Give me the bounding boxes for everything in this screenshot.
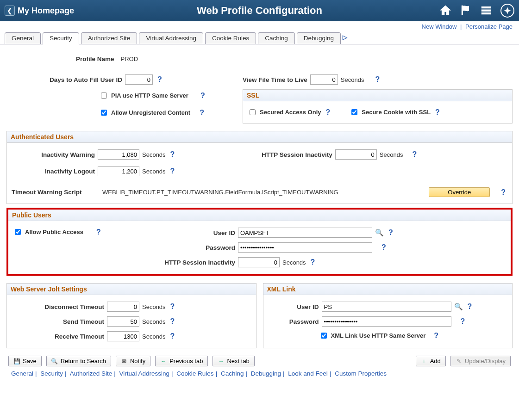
footer-link[interactable]: Authorized Site [70,370,113,377]
send-label: Send Timeout [12,318,104,325]
allow-public-checkbox[interactable] [15,229,21,235]
seconds-unit: Seconds [142,168,166,175]
inactivity-logout-input[interactable] [98,166,139,176]
jolt-header: Web Server Jolt Settings [7,284,256,295]
help-icon[interactable]: ? [169,167,177,175]
xml-same-server-checkbox[interactable] [321,333,327,339]
override-button[interactable]: Override [429,187,490,197]
help-icon[interactable]: ? [324,108,332,117]
xml-password-label: Password [268,318,319,325]
return-button[interactable]: 🔍Return to Search [46,356,111,366]
prev-icon: ← [160,358,167,364]
help-icon[interactable]: ? [433,108,442,117]
footer-link[interactable]: Look and Feel [288,370,328,377]
pia-same-server-checkbox[interactable] [101,93,107,99]
flag-icon[interactable] [460,4,472,18]
help-icon[interactable]: ? [169,303,177,311]
next-tab-button[interactable]: →Next tab [213,356,254,366]
tab-security[interactable]: Security [43,32,79,44]
secure-cookie-checkbox[interactable] [351,109,357,115]
notify-button[interactable]: ✉Notify [116,356,150,366]
action-buttons-row: 💾Save 🔍Return to Search ✉Notify ←Previou… [6,352,513,368]
allow-public-label: Allow Public Access [25,229,83,235]
lookup-icon[interactable]: 🔍 [454,303,463,311]
footer-link[interactable]: Virtual Addressing [119,370,169,377]
add-button[interactable]: +Add [416,356,446,366]
tab-cookie-rules[interactable]: Cookie Rules [205,32,256,44]
http-session-label: HTTP Session Inactivity [262,151,332,158]
top-links-bar: New Window | Personalize Page [0,21,519,32]
xml-password-input[interactable] [322,316,451,327]
home-icon[interactable] [439,4,451,18]
secured-access-checkbox[interactable] [250,109,256,115]
tab-authorized-site[interactable]: Authorized Site [81,32,138,44]
secured-access-label: Secured Access Only [260,109,321,116]
send-input[interactable] [107,316,139,327]
prev-tab-button[interactable]: ←Previous tab [155,356,208,366]
back-label: My Homepage [18,6,74,16]
help-icon[interactable]: ? [156,75,164,84]
allow-unreg-checkbox[interactable] [101,110,107,116]
notify-icon: ✉ [121,358,127,364]
lookup-icon[interactable]: 🔍 [375,229,384,237]
xml-userid-input[interactable] [322,302,451,312]
auth-users-header: Authenticated Users [7,131,512,143]
timeout-script-label: Timeout Warning Script [12,189,100,196]
back-navigation[interactable]: ❮ My Homepage [5,6,74,16]
public-password-input[interactable] [238,242,372,253]
back-icon[interactable]: ❮ [5,6,15,16]
help-icon[interactable]: ? [499,188,507,197]
receive-input[interactable] [107,331,139,341]
footer-link[interactable]: General [11,370,33,377]
jolt-section: Web Server Jolt Settings Disconnect Time… [6,283,256,348]
help-icon[interactable]: ? [380,243,388,252]
new-window-link[interactable]: New Window [422,23,457,30]
footer-link[interactable]: Debugging [251,370,281,377]
view-file-ttl-input[interactable] [310,74,338,85]
help-icon[interactable]: ? [169,332,177,340]
tab-row: General Security Authorized Site Virtual… [0,32,519,44]
help-icon[interactable]: ? [169,150,177,159]
footer-link[interactable]: Custom Properties [335,370,387,377]
public-http-session-input[interactable] [238,257,280,267]
http-session-input[interactable] [335,149,377,160]
days-autofill-label: Days to Auto Fill User ID [6,76,122,83]
help-icon[interactable]: ? [432,332,440,340]
tab-general[interactable]: General [5,32,41,44]
xml-same-server-label: XML Link Use HTTP Same Server [331,332,426,339]
help-icon[interactable]: ? [410,150,419,159]
public-userid-input[interactable] [238,228,372,238]
tab-caching[interactable]: Caching [258,32,295,44]
tab-debugging[interactable]: Debugging [297,32,341,44]
view-file-ttl-label: View File Time to Live [243,76,307,83]
seconds-unit: Seconds [142,303,166,310]
help-icon[interactable]: ? [459,317,467,326]
help-icon[interactable]: ? [199,92,207,100]
personalize-link[interactable]: Personalize Page [465,23,513,30]
update-display-button[interactable]: ✎Update/Display [450,356,511,366]
xml-userid-label: User ID [268,303,319,310]
inactivity-logout-label: Inactivity Logout [12,168,95,175]
ssl-section-header: SSL [243,90,512,101]
help-icon[interactable]: ? [309,258,317,266]
help-icon[interactable]: ? [466,303,474,311]
help-icon[interactable]: ? [387,229,395,237]
app-header: ❮ My Homepage Web Profile Configuration [0,0,519,21]
help-icon[interactable]: ? [94,228,103,236]
menu-icon[interactable] [480,4,492,18]
help-icon[interactable]: ? [373,75,381,84]
help-icon[interactable]: ? [169,317,177,326]
days-autofill-input[interactable] [125,74,153,85]
public-users-header: Public Users [8,210,511,221]
help-icon[interactable]: ? [198,109,206,117]
disconnect-input[interactable] [107,302,139,312]
footer-link[interactable]: Cookie Rules [176,370,213,377]
tab-virtual-addressing[interactable]: Virtual Addressing [139,32,203,44]
inactivity-warning-input[interactable] [98,149,139,160]
save-button[interactable]: 💾Save [8,356,42,366]
compass-icon[interactable] [500,4,514,18]
allow-unreg-label: Allow Unregistered Content [111,109,190,116]
tab-overflow-icon[interactable]: ▷ [343,34,351,42]
footer-link[interactable]: Caching [221,370,244,377]
footer-link[interactable]: Security [40,370,63,377]
